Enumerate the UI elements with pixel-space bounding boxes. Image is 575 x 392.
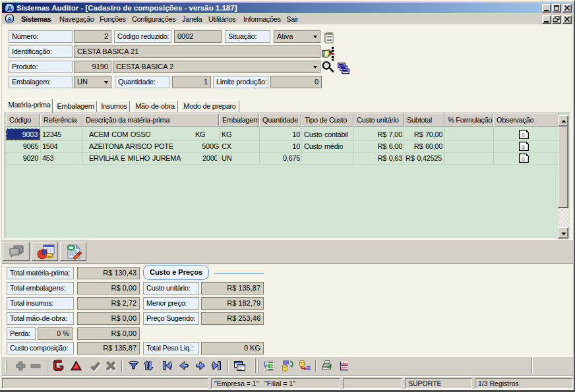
svg-text:a: a [521, 131, 525, 138]
svg-text:A: A [7, 15, 12, 22]
svg-text:A: A [7, 5, 13, 13]
svg-text:a: a [521, 143, 525, 150]
svg-text:a: a [521, 155, 525, 162]
